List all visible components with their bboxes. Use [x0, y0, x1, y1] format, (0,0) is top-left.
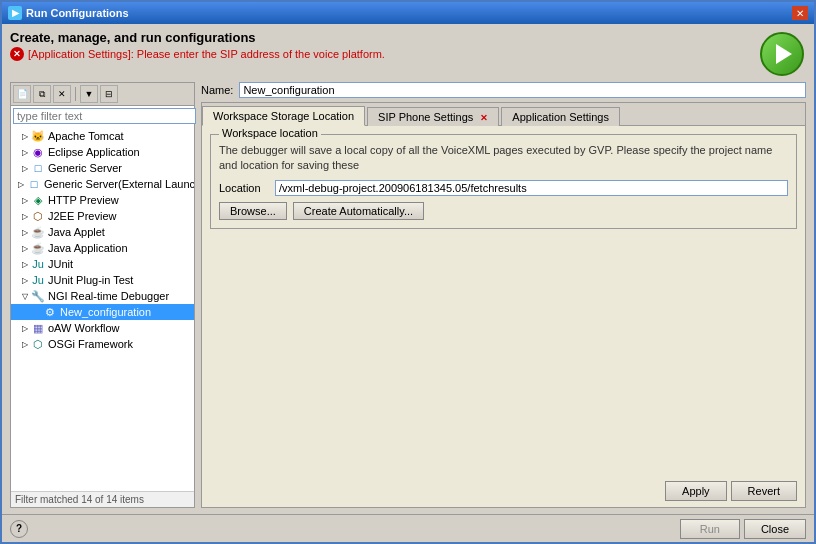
- expander-java-app: ▷: [19, 242, 31, 254]
- tree-item-tomcat[interactable]: ▷ 🐱 Apache Tomcat: [11, 128, 194, 144]
- apply-button[interactable]: Apply: [665, 481, 727, 501]
- expander-new-config: [31, 306, 43, 318]
- run-configurations-window: ▶ Run Configurations ✕ Create, manage, a…: [0, 0, 816, 544]
- j2ee-icon: ⬡: [31, 209, 45, 223]
- tree-label-generic-external: Generic Server(External Launch): [44, 178, 194, 190]
- name-row: Name:: [201, 82, 806, 98]
- expander-eclipse: ▷: [19, 146, 31, 158]
- tree-item-generic-server[interactable]: ▷ □ Generic Server: [11, 160, 194, 176]
- error-icon: ✕: [10, 47, 24, 61]
- tab-workspace[interactable]: Workspace Storage Location: [202, 106, 365, 126]
- tree-item-junit[interactable]: ▷ Ju JUnit: [11, 256, 194, 272]
- oaw-icon: ▦: [31, 321, 45, 335]
- tree-label-osgi: OSGi Framework: [48, 338, 133, 350]
- tomcat-icon: 🐱: [31, 129, 45, 143]
- location-row: Location: [219, 180, 788, 196]
- expander-j2ee: ▷: [19, 210, 31, 222]
- footer-close-button[interactable]: Close: [744, 519, 806, 539]
- create-automatically-button[interactable]: Create Automatically...: [293, 202, 424, 220]
- osgi-icon: ⬡: [31, 337, 45, 351]
- tree-item-ngi[interactable]: ▽ 🔧 NGI Real-time Debugger: [11, 288, 194, 304]
- browse-button[interactable]: Browse...: [219, 202, 287, 220]
- tree-label-junit-plugin: JUnit Plug-in Test: [48, 274, 133, 286]
- generic-external-icon: □: [27, 177, 41, 191]
- expander-generic-external: ▷: [15, 178, 27, 190]
- footer: ? Run Close: [2, 514, 814, 542]
- tree-item-java-app[interactable]: ▷ ☕ Java Application: [11, 240, 194, 256]
- tree-item-generic-external[interactable]: ▷ □ Generic Server(External Launch): [11, 176, 194, 192]
- delete-config-button[interactable]: ✕: [53, 85, 71, 103]
- name-input[interactable]: [239, 82, 806, 98]
- filter-input[interactable]: [13, 108, 196, 124]
- tree-item-new-config[interactable]: ⚙ New_configuration: [11, 304, 194, 320]
- tree-label-ngi: NGI Real-time Debugger: [48, 290, 169, 302]
- window-icon: ▶: [8, 6, 22, 20]
- window-close-button[interactable]: ✕: [792, 6, 808, 20]
- expander-osgi: ▷: [19, 338, 31, 350]
- help-button[interactable]: ?: [10, 520, 28, 538]
- workspace-group-box: Workspace location The debugger will sav…: [210, 134, 797, 229]
- http-icon: ◈: [31, 193, 45, 207]
- collapse-button[interactable]: ⊟: [100, 85, 118, 103]
- main-body: 📄 ⧉ ✕ ▼ ⊟ ▷ 🐱 Apache Tomcat: [10, 82, 806, 508]
- toolbar-separator: [75, 87, 76, 101]
- description-text: The debugger will save a local copy of a…: [219, 143, 788, 174]
- filter-button[interactable]: ▼: [80, 85, 98, 103]
- title-bar: ▶ Run Configurations ✕: [2, 2, 814, 24]
- tree-item-junit-plugin[interactable]: ▷ Ju JUnit Plug-in Test: [11, 272, 194, 288]
- tree-item-eclipse[interactable]: ▷ ◉ Eclipse Application: [11, 144, 194, 160]
- group-box-title: Workspace location: [219, 127, 321, 139]
- tree-item-applet[interactable]: ▷ ☕ Java Applet: [11, 224, 194, 240]
- new-config-button[interactable]: 📄: [13, 85, 31, 103]
- page-title: Create, manage, and run configurations: [10, 30, 758, 45]
- title-bar-left: ▶ Run Configurations: [8, 6, 129, 20]
- new-config-icon: ⚙: [43, 305, 57, 319]
- expander-ngi: ▽: [19, 290, 31, 302]
- expander-oaw: ▷: [19, 322, 31, 334]
- header-text-area: Create, manage, and run configurations ✕…: [10, 30, 758, 61]
- content-area: Create, manage, and run configurations ✕…: [2, 24, 814, 514]
- left-panel: 📄 ⧉ ✕ ▼ ⊟ ▷ 🐱 Apache Tomcat: [10, 82, 195, 508]
- footer-right: Run Close: [680, 519, 806, 539]
- tree-item-oaw[interactable]: ▷ ▦ oAW Workflow: [11, 320, 194, 336]
- tree-area: ▷ 🐱 Apache Tomcat ▷ ◉ Eclipse Applicatio…: [11, 126, 194, 491]
- expander-generic-server: ▷: [19, 162, 31, 174]
- tab-app-settings-label: Application Settings: [512, 111, 609, 123]
- tree-label-java-app: Java Application: [48, 242, 128, 254]
- tree-label-oaw: oAW Workflow: [48, 322, 120, 334]
- play-icon: [776, 44, 792, 64]
- duplicate-config-button[interactable]: ⧉: [33, 85, 51, 103]
- tree-label-tomcat: Apache Tomcat: [48, 130, 124, 142]
- tab-sip-close[interactable]: ✕: [480, 113, 488, 123]
- java-applet-icon: ☕: [31, 225, 45, 239]
- expander-http: ▷: [19, 194, 31, 206]
- tab-workspace-label: Workspace Storage Location: [213, 110, 354, 122]
- tab-sip-label: SIP Phone Settings: [378, 111, 473, 123]
- tree-item-j2ee[interactable]: ▷ ⬡ J2EE Preview: [11, 208, 194, 224]
- run-button[interactable]: [758, 30, 806, 78]
- name-label: Name:: [201, 84, 233, 96]
- left-toolbar: 📄 ⧉ ✕ ▼ ⊟: [11, 83, 194, 106]
- tree-label-applet: Java Applet: [48, 226, 105, 238]
- tree-label-new-config: New_configuration: [60, 306, 151, 318]
- group-content: The debugger will save a local copy of a…: [219, 143, 788, 220]
- location-label: Location: [219, 182, 269, 194]
- revert-button[interactable]: Revert: [731, 481, 797, 501]
- tab-app-settings[interactable]: Application Settings: [501, 107, 620, 126]
- generic-server-icon: □: [31, 161, 45, 175]
- run-button-circle: [760, 32, 804, 76]
- java-app-icon: ☕: [31, 241, 45, 255]
- error-message: ✕ [Application Settings]: Please enter t…: [10, 47, 758, 61]
- tab-content-workspace: Workspace location The debugger will sav…: [202, 126, 805, 477]
- tree-item-http[interactable]: ▷ ◈ HTTP Preview: [11, 192, 194, 208]
- error-text: [Application Settings]: Please enter the…: [28, 48, 385, 60]
- location-input[interactable]: [275, 180, 788, 196]
- header-section: Create, manage, and run configurations ✕…: [10, 30, 806, 78]
- junit-icon: Ju: [31, 257, 45, 271]
- tree-item-osgi[interactable]: ▷ ⬡ OSGi Framework: [11, 336, 194, 352]
- expander-tomcat: ▷: [19, 130, 31, 142]
- tab-bar: Workspace Storage Location SIP Phone Set…: [202, 103, 805, 126]
- footer-run-button[interactable]: Run: [680, 519, 740, 539]
- tab-sip[interactable]: SIP Phone Settings ✕: [367, 107, 499, 126]
- eclipse-icon: ◉: [31, 145, 45, 159]
